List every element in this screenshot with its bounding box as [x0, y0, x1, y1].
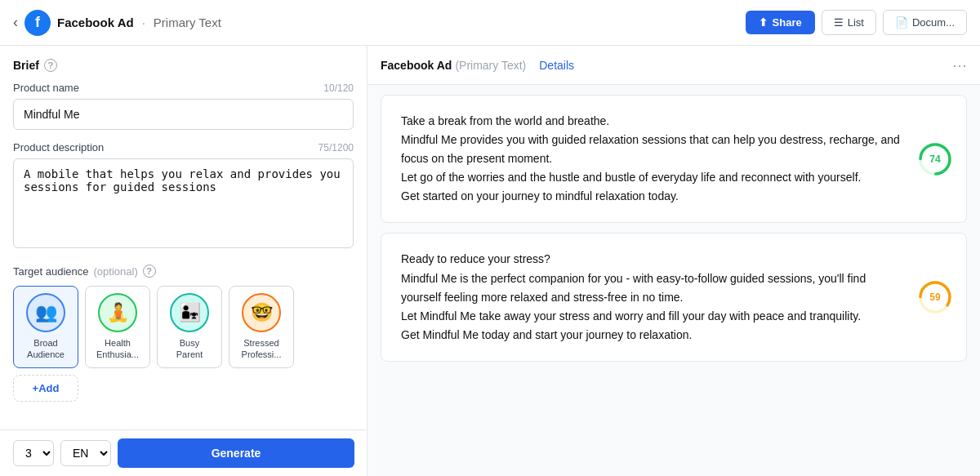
target-section: Target audience (optional) ? 👥 BroadAudi… [13, 265, 354, 402]
header-right: ⬆ Share ☰ List 📄 Docum... [746, 10, 967, 35]
score-circle-0: 74 [917, 141, 953, 177]
right-tab-sub: (Primary Text) [455, 59, 526, 72]
ad-line-0-2: Let go of the worries and the hustle and… [401, 171, 861, 184]
product-name-label: Product name [13, 82, 79, 94]
generate-button[interactable]: Generate [118, 438, 354, 468]
doc-icon: 📄 [895, 16, 908, 29]
audience-card-add[interactable]: +Add [13, 375, 78, 402]
header-title: Facebook Ad [57, 16, 134, 29]
avatar-stressed: 🤓 [242, 293, 281, 332]
right-tab-details[interactable]: Details [539, 59, 574, 72]
brief-help-icon[interactable]: ? [44, 59, 57, 72]
product-desc-header: Product description 75/1200 [13, 141, 354, 153]
ad-text-0: Take a break from the world and breathe.… [401, 112, 947, 206]
audience-name-stressed: StressedProfessi... [242, 337, 282, 361]
score-value-1: 59 [929, 291, 940, 303]
list-button[interactable]: ☰ List [822, 10, 876, 35]
back-button[interactable]: ‹ [13, 14, 18, 31]
product-name-input[interactable] [13, 99, 354, 130]
ad-line-0-0: Take a break from the world and breathe. [401, 114, 609, 127]
share-label: Share [773, 16, 802, 29]
facebook-icon: f [24, 10, 51, 36]
app-header: ‹ f Facebook Ad · Primary Text ⬆ Share ☰… [0, 0, 980, 46]
main-layout: Brief ? Product name 10/120 Product desc… [0, 46, 980, 476]
ad-cards-container: Take a break from the world and breathe.… [368, 95, 980, 362]
language-select[interactable]: ENFRDE [60, 440, 111, 466]
product-desc-label: Product description [13, 141, 104, 153]
header-subtitle: Primary Text [154, 16, 221, 29]
brief-label: Brief ? [13, 59, 354, 72]
audience-name-health: HealthEnthusia... [96, 337, 139, 361]
audience-card-busy[interactable]: 👨‍👧 BusyParent [157, 286, 222, 368]
ad-line-0-1: Mindful Me provides you with guided rela… [401, 133, 900, 165]
ad-line-1-0: Ready to reduce your stress? [401, 252, 550, 265]
avatar-health: 🧘 [98, 293, 137, 332]
audience-name-broad: BroadAudience [27, 337, 65, 361]
share-icon: ⬆ [759, 16, 768, 29]
avatar-broad: 👥 [26, 293, 65, 332]
ad-card-0: Take a break from the world and breathe.… [381, 95, 967, 223]
brief-section: Brief ? Product name 10/120 Product desc… [13, 59, 354, 251]
ad-line-1-3: Get Mindful Me today and start your jour… [401, 328, 692, 341]
ad-line-1-2: Let Mindful Me take away your stress and… [401, 309, 861, 323]
ad-line-1-1: Mindful Me is the perfect companion for … [401, 272, 866, 304]
product-desc-input[interactable] [13, 158, 354, 248]
target-help-icon[interactable]: ? [143, 265, 156, 278]
right-tab-title: Facebook Ad [381, 59, 452, 72]
more-icon[interactable]: ⋯ [952, 56, 967, 74]
audience-card-health[interactable]: 🧘 HealthEnthusia... [85, 286, 150, 368]
avatar-busy: 👨‍👧 [170, 293, 209, 332]
product-desc-count: 75/1200 [318, 142, 354, 153]
add-audience-label: +Add [33, 382, 60, 394]
score-circle-1: 59 [917, 279, 953, 315]
left-panel: Brief ? Product name 10/120 Product desc… [0, 46, 368, 476]
score-value-0: 74 [929, 153, 940, 165]
document-button[interactable]: 📄 Docum... [883, 10, 967, 35]
ad-line-0-3: Get started on your journey to mindful r… [401, 189, 679, 202]
left-inner: Brief ? Product name 10/120 Product desc… [13, 59, 354, 459]
right-tabs: Facebook Ad (Primary Text) Details ⋯ [368, 46, 980, 85]
doc-label: Docum... [912, 16, 955, 29]
audience-card-broad[interactable]: 👥 BroadAudience [13, 286, 78, 368]
ad-text-1: Ready to reduce your stress?Mindful Me i… [401, 250, 947, 344]
audience-card-stressed[interactable]: 🤓 StressedProfessi... [229, 286, 294, 368]
product-name-header: Product name 10/120 [13, 82, 354, 94]
audience-name-busy: BusyParent [176, 337, 203, 361]
count-select[interactable]: 31245 [13, 440, 54, 466]
share-button[interactable]: ⬆ Share [746, 11, 815, 34]
header-separator: · [142, 16, 145, 29]
bottom-bar: 31245 ENFRDE Generate [0, 429, 368, 476]
target-label: Target audience (optional) ? [13, 265, 354, 278]
audience-grid: 👥 BroadAudience 🧘 HealthEnthusia... 👨‍👧 … [13, 286, 354, 402]
product-name-count: 10/120 [323, 82, 354, 94]
right-panel: Facebook Ad (Primary Text) Details ⋯ Tak… [368, 46, 980, 476]
list-icon: ☰ [834, 16, 844, 29]
header-left: ‹ f Facebook Ad · Primary Text [13, 10, 221, 36]
list-label: List [848, 16, 864, 29]
ad-card-1: Ready to reduce your stress?Mindful Me i… [381, 233, 967, 361]
